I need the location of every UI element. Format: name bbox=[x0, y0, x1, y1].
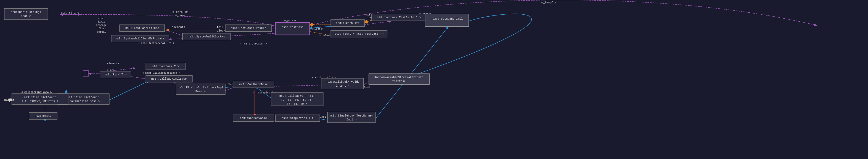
svg-text:ns3::TestCaseFailure: ns3::TestCaseFailure bbox=[125, 27, 159, 30]
svg-text:TestCase: TestCase bbox=[392, 80, 406, 83]
label-mdatadir: m_dataDir bbox=[173, 11, 188, 14]
svg-text:std::vector< ns3::TestCase *>: std::vector< ns3::TestCase *> bbox=[335, 32, 383, 35]
svg-text:std::vector< TestSuite * >: std::vector< TestSuite * > bbox=[377, 16, 421, 19]
label-clock: clock bbox=[217, 29, 225, 32]
node-ns3-empty: ns3::empty bbox=[29, 113, 57, 119]
svg-text:ns3::Callback< R, T1,: ns3::Callback< R, T1, bbox=[279, 95, 315, 98]
node-testrunnerimpl: ns3::TestRunnerImpl bbox=[425, 14, 469, 27]
label-mparent: m_parent bbox=[284, 20, 297, 22]
node-vector-testsuite: std::vector< TestSuite * > bbox=[372, 14, 427, 21]
label-mtempdir: m_tempDir bbox=[541, 1, 557, 4]
svg-text:RandomVariableStreamAttribute: RandomVariableStreamAttribute bbox=[374, 76, 424, 79]
label-elements-failure: elements bbox=[172, 26, 185, 29]
label-testcasefailure-template: < ns3::TestCaseFailure > bbox=[138, 42, 175, 45]
svg-text:ns3::TestCase: ns3::TestCase bbox=[282, 26, 304, 29]
node-singleton-t: ns3::Singleton< T > bbox=[275, 115, 320, 122]
svg-text:ns3::Callback< void,: ns3::Callback< void, bbox=[326, 81, 360, 84]
svg-text:ns3::Singleton< T >: ns3::Singleton< T > bbox=[282, 117, 314, 120]
label-elements-testcase: elements bbox=[319, 34, 332, 37]
svg-text:ns3::SimpleRefCount: ns3::SimpleRefCount bbox=[67, 96, 99, 99]
node-callback-void-int8: ns3::Callback< void, int8_t > bbox=[322, 78, 364, 89]
svg-text:ns3::Ptr< T >: ns3::Ptr< T > bbox=[104, 73, 126, 76]
svg-text:T2, T3, T4, T5, T6,: T2, T3, T4, T5, T6, bbox=[281, 98, 313, 102]
label-file: file bbox=[98, 27, 104, 30]
label-message: message bbox=[96, 24, 107, 27]
label-T: T bbox=[86, 71, 88, 74]
label-cond: cond bbox=[98, 17, 104, 20]
svg-text:char >: char > bbox=[21, 14, 31, 18]
node-callbackimplbase: ns3::CallbackImplBase bbox=[146, 75, 192, 82]
svg-text:ns3::SimpleRefCount: ns3::SimpleRefCount bbox=[24, 96, 56, 99]
svg-text:< T, PARENT, DELETER >: < T, PARENT, DELETER > bbox=[22, 100, 59, 103]
node-testcase: ns3::TestCase bbox=[275, 23, 310, 35]
node-vector-testcase: std::vector< ns3::TestCase *> bbox=[331, 30, 387, 37]
node-random-variable-testcase: RandomVariableStreamAttribute TestCase bbox=[369, 74, 429, 85]
svg-text:int8_t >: int8_t > bbox=[336, 85, 349, 88]
svg-text:Impl >: Impl > bbox=[346, 118, 356, 121]
label-cb-impl-base-ref: < CallbackImplBase > bbox=[22, 91, 52, 94]
svg-text:ns3::Ptr< ns3::CallbackImpl: ns3::Ptr< ns3::CallbackImpl bbox=[178, 86, 223, 89]
node-ptr-callbackimplbase: ns3::Ptr< ns3::CallbackImpl Base > bbox=[176, 84, 225, 95]
node-singleton-testrunner: ns3::Singleton< TestRunner Impl > bbox=[328, 112, 375, 123]
svg-text:ns3::TestSuite: ns3::TestSuite bbox=[336, 22, 360, 25]
svg-text:ns3::SystemWallClockMsPrivate: ns3::SystemWallClockMsPrivate bbox=[116, 37, 164, 40]
node-testcasefailure: ns3::TestCaseFailure bbox=[120, 25, 165, 32]
svg-rect-31 bbox=[4, 8, 48, 20]
svg-text:ns3::CallbackImplBase: ns3::CallbackImplBase bbox=[151, 77, 187, 81]
node-systemwallclockms-private: ns3::SystemWallClockMsPrivate bbox=[111, 35, 169, 42]
svg-text:ns3::TestRunnerImpl: ns3::TestRunnerImpl bbox=[431, 18, 463, 21]
label-mname: m_name bbox=[175, 14, 185, 17]
node-basic-string: std::basic_string< char > bbox=[4, 8, 48, 20]
node-ptr-t: ns3::Ptr< T > bbox=[100, 71, 131, 78]
diagram-svg: std::string m_tempDir m_dataDir m_name c… bbox=[0, 0, 868, 159]
node-vector-t: std::vector< T > bbox=[146, 63, 185, 70]
label-actual: actual bbox=[97, 31, 106, 33]
label-callbackimplbase-template: < ns3::CallbackImplBase > bbox=[142, 72, 180, 74]
svg-text:T7, T8, T9 >: T7, T8, T9 > bbox=[287, 102, 307, 105]
label-testcase-ptr: < ns3::TestCase *> bbox=[240, 42, 267, 45]
svg-text:Base >: Base > bbox=[195, 90, 206, 93]
svg-text:ns3::Singleton< TestRunner: ns3::Singleton< TestRunner bbox=[330, 114, 373, 117]
svg-text:std::basic_string<: std::basic_string< bbox=[11, 11, 41, 14]
node-testcase-result: ns3::TestCase::Result bbox=[225, 25, 272, 32]
label-std-string: std::string bbox=[61, 11, 79, 14]
node-systemwallclockms: ns3::SystemWallClockMs bbox=[182, 33, 230, 40]
svg-text:< CallbackImplBase >: < CallbackImplBase > bbox=[66, 100, 100, 103]
svg-text:ns3::SystemWallClockMs: ns3::SystemWallClockMs bbox=[188, 35, 225, 38]
svg-text:ns3::NonCopyable: ns3::NonCopyable bbox=[240, 117, 267, 120]
svg-text:std::vector< T >: std::vector< T > bbox=[152, 65, 179, 68]
node-simplerefcount-parent: ns3::SimpleRefCount < T, PARENT, DELETER… bbox=[12, 94, 68, 104]
svg-text:ns3::empty: ns3::empty bbox=[35, 115, 52, 118]
node-testsuite: ns3::TestSuite bbox=[331, 20, 365, 27]
label-elements-vecT: elements bbox=[107, 62, 119, 65]
node-callback-r: ns3::Callback< R, T1, T2, T3, T4, T5, T6… bbox=[271, 92, 323, 106]
label-limit: limit bbox=[97, 21, 105, 23]
node-noncopyable: ns3::NonCopyable bbox=[233, 115, 274, 122]
svg-text:ns3::TestCase::Result: ns3::TestCase::Result bbox=[230, 27, 266, 30]
node-callbackbase: ns3::CallbackBase bbox=[233, 81, 274, 88]
svg-text:ns3::CallbackBase: ns3::CallbackBase bbox=[239, 83, 268, 86]
